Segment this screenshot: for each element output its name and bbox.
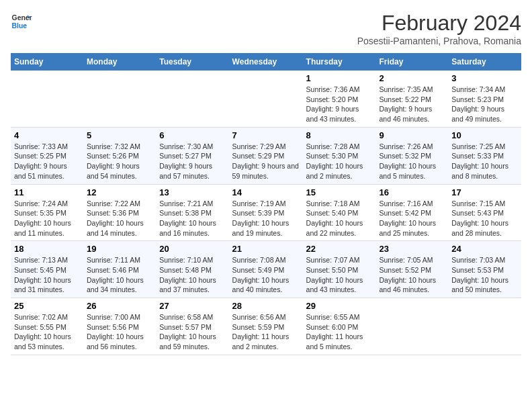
- cell-w1-d5: 2Sunrise: 7:35 AM Sunset: 5:22 PM Daylig…: [375, 71, 448, 127]
- day-number: 20: [159, 244, 225, 254]
- cell-w4-d5: 23Sunrise: 7:05 AM Sunset: 5:52 PM Dayli…: [375, 241, 448, 298]
- cell-w4-d4: 22Sunrise: 7:07 AM Sunset: 5:50 PM Dayli…: [303, 241, 376, 298]
- day-number: 23: [379, 244, 445, 254]
- day-number: 29: [306, 301, 373, 311]
- day-info: Sunrise: 7:32 AM Sunset: 5:26 PM Dayligh…: [87, 142, 152, 181]
- cell-w4-d2: 20Sunrise: 7:10 AM Sunset: 5:48 PM Dayli…: [156, 241, 228, 298]
- day-number: 14: [232, 187, 300, 197]
- week-row-4: 18Sunrise: 7:13 AM Sunset: 5:45 PM Dayli…: [11, 241, 521, 298]
- day-info: Sunrise: 7:36 AM Sunset: 5:20 PM Dayligh…: [306, 85, 373, 124]
- cell-w2-d0: 4Sunrise: 7:33 AM Sunset: 5:25 PM Daylig…: [11, 127, 83, 184]
- cell-w1-d3: [229, 71, 303, 127]
- cell-w2-d2: 6Sunrise: 7:30 AM Sunset: 5:27 PM Daylig…: [156, 127, 228, 184]
- header-wednesday: Wednesday: [229, 53, 303, 71]
- cell-w5-d4: 29Sunrise: 6:55 AM Sunset: 6:00 PM Dayli…: [303, 298, 376, 355]
- subtitle: Posestii-Pamanteni, Prahova, Romania: [357, 36, 521, 46]
- cell-w4-d0: 18Sunrise: 7:13 AM Sunset: 5:45 PM Dayli…: [11, 241, 83, 298]
- cell-w3-d1: 12Sunrise: 7:22 AM Sunset: 5:36 PM Dayli…: [83, 184, 156, 241]
- day-info: Sunrise: 7:13 AM Sunset: 5:45 PM Dayligh…: [14, 255, 80, 295]
- day-number: 24: [451, 244, 518, 254]
- cell-w2-d4: 8Sunrise: 7:28 AM Sunset: 5:30 PM Daylig…: [303, 127, 376, 184]
- day-info: Sunrise: 7:33 AM Sunset: 5:25 PM Dayligh…: [14, 142, 80, 181]
- week-row-5: 25Sunrise: 7:02 AM Sunset: 5:55 PM Dayli…: [11, 298, 521, 355]
- cell-w3-d4: 15Sunrise: 7:18 AM Sunset: 5:40 PM Dayli…: [303, 184, 376, 241]
- cell-w1-d4: 1Sunrise: 7:36 AM Sunset: 5:20 PM Daylig…: [303, 71, 376, 127]
- cell-w1-d1: [83, 71, 156, 127]
- cell-w1-d6: 3Sunrise: 7:34 AM Sunset: 5:23 PM Daylig…: [448, 71, 521, 127]
- week-row-1: 1Sunrise: 7:36 AM Sunset: 5:20 PM Daylig…: [11, 71, 521, 127]
- day-info: Sunrise: 7:05 AM Sunset: 5:52 PM Dayligh…: [379, 255, 445, 295]
- day-info: Sunrise: 6:58 AM Sunset: 5:57 PM Dayligh…: [159, 312, 225, 352]
- header: General Blue February 2024 Posestii-Pama…: [11, 11, 521, 46]
- cell-w2-d1: 5Sunrise: 7:32 AM Sunset: 5:26 PM Daylig…: [83, 127, 156, 184]
- day-number: 25: [14, 301, 80, 311]
- day-number: 16: [379, 187, 445, 197]
- day-number: 28: [232, 301, 300, 311]
- day-info: Sunrise: 7:35 AM Sunset: 5:22 PM Dayligh…: [379, 85, 445, 124]
- calendar-table: SundayMondayTuesdayWednesdayThursdayFrid…: [11, 53, 521, 355]
- header-monday: Monday: [83, 53, 156, 71]
- title-area: February 2024 Posestii-Pamanteni, Prahov…: [357, 11, 521, 46]
- day-number: 5: [87, 130, 152, 140]
- cell-w3-d2: 13Sunrise: 7:21 AM Sunset: 5:38 PM Dayli…: [156, 184, 228, 241]
- day-number: 15: [306, 187, 373, 197]
- day-number: 21: [232, 244, 300, 254]
- day-number: 26: [87, 301, 152, 311]
- main-title: February 2024: [357, 11, 521, 36]
- day-info: Sunrise: 6:55 AM Sunset: 6:00 PM Dayligh…: [306, 312, 373, 352]
- cell-w5-d6: [448, 298, 521, 355]
- day-number: 4: [14, 130, 80, 140]
- day-number: 10: [451, 130, 518, 140]
- day-info: Sunrise: 6:56 AM Sunset: 5:59 PM Dayligh…: [232, 312, 300, 352]
- day-info: Sunrise: 7:22 AM Sunset: 5:36 PM Dayligh…: [87, 199, 152, 238]
- svg-text:General: General: [12, 14, 32, 21]
- day-info: Sunrise: 7:02 AM Sunset: 5:55 PM Dayligh…: [14, 312, 80, 352]
- day-number: 19: [87, 244, 152, 254]
- cell-w3-d3: 14Sunrise: 7:19 AM Sunset: 5:39 PM Dayli…: [229, 184, 303, 241]
- day-number: 17: [451, 187, 518, 197]
- cell-w1-d0: [11, 71, 83, 127]
- day-info: Sunrise: 7:07 AM Sunset: 5:50 PM Dayligh…: [306, 255, 373, 295]
- logo-icon: General Blue: [11, 11, 32, 32]
- cell-w2-d3: 7Sunrise: 7:29 AM Sunset: 5:29 PM Daylig…: [229, 127, 303, 184]
- header-thursday: Thursday: [303, 53, 376, 71]
- cell-w3-d5: 16Sunrise: 7:16 AM Sunset: 5:42 PM Dayli…: [375, 184, 448, 241]
- cell-w5-d3: 28Sunrise: 6:56 AM Sunset: 5:59 PM Dayli…: [229, 298, 303, 355]
- day-info: Sunrise: 7:21 AM Sunset: 5:38 PM Dayligh…: [159, 199, 225, 238]
- day-info: Sunrise: 7:30 AM Sunset: 5:27 PM Dayligh…: [159, 142, 225, 181]
- cell-w5-d5: [375, 298, 448, 355]
- day-number: 7: [232, 130, 300, 140]
- day-number: 13: [159, 187, 225, 197]
- day-info: Sunrise: 7:00 AM Sunset: 5:56 PM Dayligh…: [87, 312, 152, 352]
- header-row: SundayMondayTuesdayWednesdayThursdayFrid…: [11, 53, 521, 71]
- day-number: 8: [306, 130, 373, 140]
- day-number: 22: [306, 244, 373, 254]
- header-friday: Friday: [375, 53, 448, 71]
- cell-w2-d6: 10Sunrise: 7:25 AM Sunset: 5:33 PM Dayli…: [448, 127, 521, 184]
- day-number: 2: [379, 73, 445, 83]
- day-number: 3: [451, 73, 518, 83]
- cell-w2-d5: 9Sunrise: 7:26 AM Sunset: 5:32 PM Daylig…: [375, 127, 448, 184]
- day-info: Sunrise: 7:15 AM Sunset: 5:43 PM Dayligh…: [451, 199, 518, 238]
- logo: General Blue: [11, 11, 32, 32]
- cell-w4-d6: 24Sunrise: 7:03 AM Sunset: 5:53 PM Dayli…: [448, 241, 521, 298]
- day-info: Sunrise: 7:11 AM Sunset: 5:46 PM Dayligh…: [87, 255, 152, 295]
- cell-w5-d2: 27Sunrise: 6:58 AM Sunset: 5:57 PM Dayli…: [156, 298, 228, 355]
- week-row-3: 11Sunrise: 7:24 AM Sunset: 5:35 PM Dayli…: [11, 184, 521, 241]
- header-sunday: Sunday: [11, 53, 83, 71]
- day-info: Sunrise: 7:24 AM Sunset: 5:35 PM Dayligh…: [14, 199, 80, 238]
- day-number: 11: [14, 187, 80, 197]
- header-tuesday: Tuesday: [156, 53, 228, 71]
- header-saturday: Saturday: [448, 53, 521, 71]
- day-number: 6: [159, 130, 225, 140]
- svg-text:Blue: Blue: [12, 22, 28, 30]
- day-info: Sunrise: 7:25 AM Sunset: 5:33 PM Dayligh…: [451, 142, 518, 181]
- day-info: Sunrise: 7:18 AM Sunset: 5:40 PM Dayligh…: [306, 199, 373, 238]
- day-info: Sunrise: 7:03 AM Sunset: 5:53 PM Dayligh…: [451, 255, 518, 295]
- week-row-2: 4Sunrise: 7:33 AM Sunset: 5:25 PM Daylig…: [11, 127, 521, 184]
- day-info: Sunrise: 7:28 AM Sunset: 5:30 PM Dayligh…: [306, 142, 373, 181]
- day-info: Sunrise: 7:08 AM Sunset: 5:49 PM Dayligh…: [232, 255, 300, 295]
- day-number: 1: [306, 73, 373, 83]
- day-number: 18: [14, 244, 80, 254]
- cell-w5-d0: 25Sunrise: 7:02 AM Sunset: 5:55 PM Dayli…: [11, 298, 83, 355]
